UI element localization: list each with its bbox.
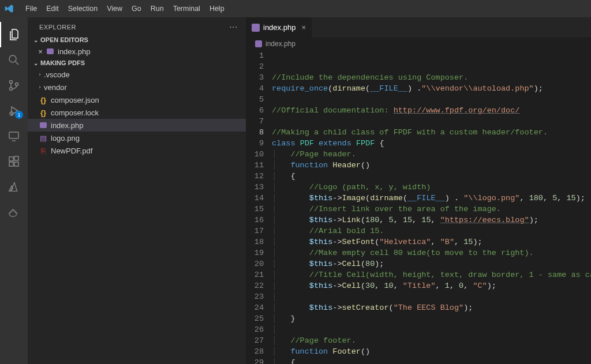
php-icon [252,24,260,32]
close-icon[interactable]: × [301,23,306,32]
open-editors-head[interactable]: ⌄ OPEN EDITORS [28,35,246,45]
chevron-down-icon: ⌄ [31,60,40,66]
tree-file-composer-lock[interactable]: {}composer.lock [28,106,246,119]
editor-area: index.php × index.php 123456789101112131… [246,17,591,364]
azure-icon [8,181,20,193]
tree-label: NewPDF.pdf [51,147,92,155]
explorer-more-icon[interactable]: ··· [229,22,238,32]
search-icon [7,53,21,67]
activity-search[interactable] [0,47,28,73]
activity-extensions[interactable] [0,149,28,174]
tree-label: logo.png [51,134,80,142]
chevron-right-icon: › [36,84,44,90]
svg-point-4 [16,83,18,86]
tree-file-newpdf[interactable]: ⎘NewPDF.pdf [28,144,246,157]
workspace-head[interactable]: ⌄ MAKING PDFS [28,58,246,68]
menu-terminal[interactable]: Terminal [169,0,205,17]
tree-label: vendor [44,83,67,92]
menu-go[interactable]: Go [127,0,146,17]
activity-explorer[interactable] [0,22,28,47]
activity-azure[interactable] [0,174,28,200]
menu-help[interactable]: Help [205,0,229,17]
menu-file[interactable]: File [21,0,42,17]
php-icon [45,48,55,54]
tree-file-index-php[interactable]: index.php [28,119,246,132]
close-icon[interactable]: × [36,47,45,56]
explorer-sidebar: EXPLORER ··· ⌄ OPEN EDITORS × index.php … [28,17,246,364]
menu-run[interactable]: Run [146,0,169,17]
svg-rect-9 [9,162,13,166]
activity-bar: 1 [0,17,28,364]
files-icon [8,28,21,42]
open-editor-item[interactable]: × index.php [28,45,246,58]
svg-rect-8 [9,157,13,161]
php-icon [255,40,262,47]
pdf-icon: ⎘ [38,147,48,155]
tab-label: index.php [263,23,296,32]
explorer-title: EXPLORER [39,24,76,31]
debug-badge: 1 [15,111,23,119]
titlebar: File Edit Selection View Go Run Terminal… [0,0,591,17]
activity-scm[interactable] [0,73,28,98]
svg-point-0 [9,55,16,62]
workspace-label: MAKING PDFS [40,59,85,66]
breadcrumb[interactable]: index.php [246,37,591,50]
tree-folder-vscode[interactable]: ›.vscode [28,68,246,81]
breadcrumb-label: index.php [265,40,296,48]
vscode-logo-icon [5,4,14,13]
menu-bar: File Edit Selection View Go Run Terminal… [21,0,229,17]
chevron-down-icon: ⌄ [31,37,40,43]
file-tree: ›.vscode ›vendor {}composer.json {}compo… [28,68,246,157]
svg-point-2 [10,81,13,84]
main-area: 1 EXPLORER ··· ⌄ OPEN EDITORS × index.ph… [0,17,591,364]
tree-label: .vscode [44,70,70,79]
activity-docker[interactable] [0,200,28,225]
svg-point-3 [10,88,13,91]
code-editor[interactable]: 1234567891011121314151617181920212223242… [246,50,591,364]
json-icon: {} [38,108,48,117]
tree-file-logo-png[interactable]: ▤logo.png [28,132,246,144]
activity-remote[interactable] [0,123,28,149]
svg-rect-10 [14,162,18,166]
line-gutter: 1234567891011121314151617181920212223242… [246,50,272,364]
json-icon: {} [38,96,48,104]
open-editor-label: index.php [58,47,90,56]
php-icon [38,122,48,128]
editor-tabs: index.php × [246,17,591,37]
tab-index-php[interactable]: index.php × [246,17,312,37]
tree-file-composer-json[interactable]: {}composer.json [28,93,246,106]
menu-selection[interactable]: Selection [63,0,102,17]
menu-view[interactable]: View [102,0,127,17]
svg-rect-6 [9,132,18,138]
open-editors-label: OPEN EDITORS [40,36,88,43]
branch-icon [7,78,21,92]
svg-rect-11 [14,156,18,160]
remote-icon [7,129,21,143]
chevron-right-icon: › [36,72,44,77]
tree-folder-vendor[interactable]: ›vendor [28,81,246,93]
docker-icon [8,206,20,219]
menu-edit[interactable]: Edit [42,0,63,17]
code-content[interactable]: //Include the dependencies using Compose… [272,50,591,364]
tree-label: index.php [51,121,83,130]
activity-debug[interactable]: 1 [0,98,28,123]
explorer-header: EXPLORER ··· [28,17,246,35]
tree-label: composer.json [51,96,99,104]
tree-label: composer.lock [51,108,99,117]
extensions-icon [7,155,21,168]
svg-line-1 [16,62,18,65]
image-icon: ▤ [38,134,48,142]
